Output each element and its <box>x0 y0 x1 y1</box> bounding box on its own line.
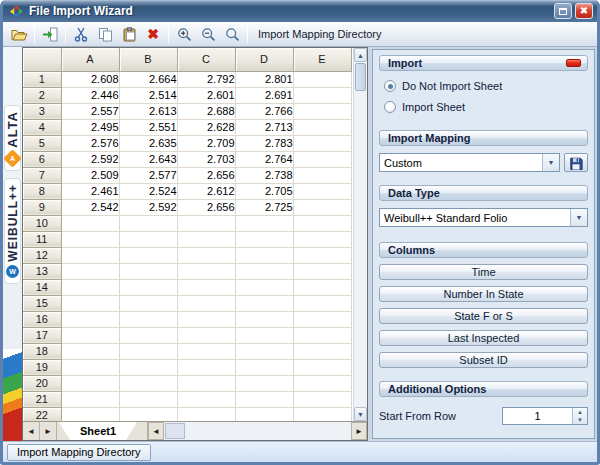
column-button-subset-id[interactable]: Subset ID <box>379 352 588 368</box>
cell-C4[interactable]: 2.628 <box>177 119 235 135</box>
cell-A16[interactable] <box>61 311 119 327</box>
horizontal-scroll-track[interactable] <box>185 422 351 440</box>
cell-A15[interactable] <box>61 295 119 311</box>
row-header[interactable]: 14 <box>23 279 61 295</box>
cell-E3[interactable] <box>293 103 351 119</box>
cell-E8[interactable] <box>293 183 351 199</box>
radio-selected-icon[interactable] <box>384 80 396 92</box>
cell-C2[interactable]: 2.601 <box>177 87 235 103</box>
cell-E7[interactable] <box>293 167 351 183</box>
cell-B18[interactable] <box>119 343 177 359</box>
cell-C7[interactable]: 2.656 <box>177 167 235 183</box>
cell-B10[interactable] <box>119 215 177 231</box>
cell-D10[interactable] <box>235 215 293 231</box>
cell-E21[interactable] <box>293 391 351 407</box>
column-header-C[interactable]: C <box>177 48 235 71</box>
row-header[interactable]: 7 <box>23 167 61 183</box>
cell-A9[interactable]: 2.542 <box>61 199 119 215</box>
row-header[interactable]: 22 <box>23 407 61 421</box>
column-button-state-f-or-s[interactable]: State F or S <box>379 308 588 324</box>
cell-B14[interactable] <box>119 279 177 295</box>
cell-D9[interactable]: 2.725 <box>235 199 293 215</box>
cell-A14[interactable] <box>61 279 119 295</box>
select-all-corner[interactable] <box>23 48 61 71</box>
cell-A1[interactable]: 2.608 <box>61 71 119 87</box>
vertical-scrollbar[interactable]: ▲ ▼ <box>353 48 367 421</box>
column-header-E[interactable]: E <box>293 48 351 71</box>
scroll-right-icon[interactable]: ► <box>351 422 367 440</box>
cell-B22[interactable] <box>119 407 177 421</box>
cell-B9[interactable]: 2.592 <box>119 199 177 215</box>
cell-A18[interactable] <box>61 343 119 359</box>
cell-D6[interactable]: 2.764 <box>235 151 293 167</box>
column-header-D[interactable]: D <box>235 48 293 71</box>
cell-C1[interactable]: 2.792 <box>177 71 235 87</box>
spinner-up-icon[interactable]: ▲ <box>573 408 587 416</box>
cell-A2[interactable]: 2.446 <box>61 87 119 103</box>
cell-E18[interactable] <box>293 343 351 359</box>
cell-D1[interactable]: 2.801 <box>235 71 293 87</box>
column-button-time[interactable]: Time <box>379 264 588 280</box>
horizontal-scrollbar[interactable]: ◄ ► <box>147 422 367 440</box>
cell-C17[interactable] <box>177 327 235 343</box>
cell-B17[interactable] <box>119 327 177 343</box>
row-header[interactable]: 21 <box>23 391 61 407</box>
row-header[interactable]: 1 <box>23 71 61 87</box>
cell-D5[interactable]: 2.783 <box>235 135 293 151</box>
cell-C5[interactable]: 2.709 <box>177 135 235 151</box>
cut-button[interactable] <box>69 23 93 45</box>
cell-D11[interactable] <box>235 231 293 247</box>
cell-E11[interactable] <box>293 231 351 247</box>
cell-D21[interactable] <box>235 391 293 407</box>
cell-C20[interactable] <box>177 375 235 391</box>
cell-B1[interactable]: 2.664 <box>119 71 177 87</box>
row-header[interactable]: 20 <box>23 375 61 391</box>
cell-A7[interactable]: 2.509 <box>61 167 119 183</box>
cell-B2[interactable]: 2.514 <box>119 87 177 103</box>
cell-A5[interactable]: 2.576 <box>61 135 119 151</box>
cell-E12[interactable] <box>293 247 351 263</box>
vertical-scroll-track[interactable] <box>354 92 367 407</box>
cell-D15[interactable] <box>235 295 293 311</box>
cell-D3[interactable]: 2.766 <box>235 103 293 119</box>
cell-B20[interactable] <box>119 375 177 391</box>
sheet-tab-sheet1[interactable]: Sheet1 <box>59 422 137 440</box>
save-mapping-button[interactable] <box>564 153 588 172</box>
cell-C22[interactable] <box>177 407 235 421</box>
side-tab-alta[interactable]: ALTAA <box>4 105 21 171</box>
cell-B3[interactable]: 2.613 <box>119 103 177 119</box>
cell-E19[interactable] <box>293 359 351 375</box>
side-tab-weibull[interactable]: WEIBULL++W <box>4 178 21 285</box>
cell-E6[interactable] <box>293 151 351 167</box>
cell-C9[interactable]: 2.656 <box>177 199 235 215</box>
cell-C3[interactable]: 2.688 <box>177 103 235 119</box>
column-button-number-in-state[interactable]: Number In State <box>379 286 588 302</box>
scroll-up-icon[interactable]: ▲ <box>354 48 367 62</box>
cell-D22[interactable] <box>235 407 293 421</box>
cell-C16[interactable] <box>177 311 235 327</box>
cell-B21[interactable] <box>119 391 177 407</box>
cell-A20[interactable] <box>61 375 119 391</box>
import-sheet-button[interactable] <box>38 23 62 45</box>
cell-D20[interactable] <box>235 375 293 391</box>
cell-B6[interactable]: 2.643 <box>119 151 177 167</box>
cell-E5[interactable] <box>293 135 351 151</box>
cell-D8[interactable]: 2.705 <box>235 183 293 199</box>
sheet-nav-left-icon[interactable]: ◄ <box>23 422 40 440</box>
column-button-last-inspected[interactable]: Last Inspected <box>379 330 588 346</box>
row-header[interactable]: 6 <box>23 151 61 167</box>
cell-A13[interactable] <box>61 263 119 279</box>
paste-button[interactable] <box>117 23 141 45</box>
cell-B19[interactable] <box>119 359 177 375</box>
cell-A10[interactable] <box>61 215 119 231</box>
cell-B11[interactable] <box>119 231 177 247</box>
toolbar-import-mapping-directory-button[interactable]: Import Mapping Directory <box>258 28 382 40</box>
cell-E20[interactable] <box>293 375 351 391</box>
row-header[interactable]: 2 <box>23 87 61 103</box>
cell-E2[interactable] <box>293 87 351 103</box>
row-header[interactable]: 9 <box>23 199 61 215</box>
cell-D13[interactable] <box>235 263 293 279</box>
cell-D7[interactable]: 2.738 <box>235 167 293 183</box>
cell-C15[interactable] <box>177 295 235 311</box>
cell-A11[interactable] <box>61 231 119 247</box>
